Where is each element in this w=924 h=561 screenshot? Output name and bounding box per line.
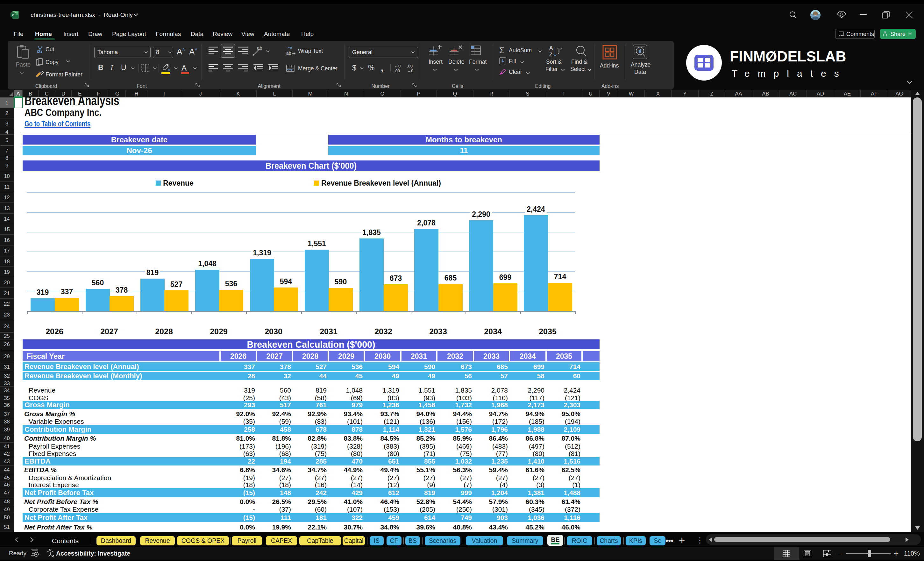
svg-text:A: A xyxy=(549,45,553,51)
svg-text:ab: ab xyxy=(286,51,291,56)
svg-text:Z: Z xyxy=(549,52,552,57)
svg-text:ab: ab xyxy=(257,45,262,51)
svg-text:x: x xyxy=(12,13,14,17)
